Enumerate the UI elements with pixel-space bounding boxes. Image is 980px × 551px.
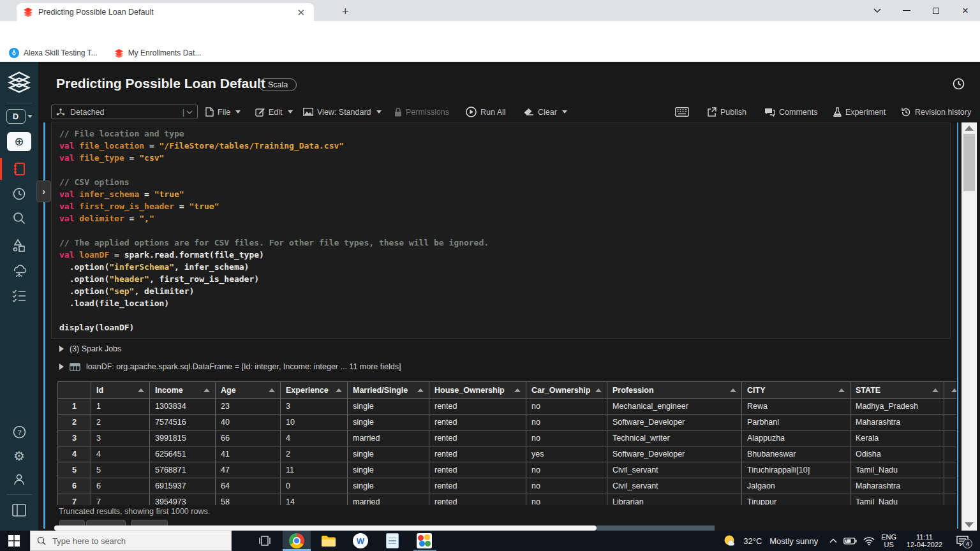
shortcuts-keyboard-icon[interactable] (675, 102, 689, 122)
sidebar-item-account[interactable] (0, 470, 38, 489)
bookmark-enrollments[interactable]: My Enrollments Dat... (114, 48, 202, 58)
history-icon (901, 107, 911, 117)
weather-temp[interactable]: 32°C (743, 536, 762, 546)
language-indicator[interactable]: ENGUS (881, 533, 896, 548)
row-number-cell: 2 (57, 415, 91, 430)
table-cell (944, 399, 956, 415)
windows-start-button[interactable] (1, 531, 27, 551)
horizontal-scrollbar-track[interactable] (597, 525, 715, 531)
sidebar-item-jobs[interactable] (0, 286, 38, 305)
window-close-button[interactable]: × (951, 0, 980, 21)
window-maximize-button[interactable] (921, 0, 951, 21)
notebook-main: Predicting Possible Loan Default Scala D… (38, 62, 980, 531)
taskbar-chrome-button[interactable] (283, 531, 311, 551)
taskbar-explorer-button[interactable] (316, 531, 341, 551)
cluster-selector[interactable]: Detached | (51, 105, 198, 119)
sidebar-item-help[interactable]: ? (0, 422, 38, 441)
battery-icon[interactable] (843, 537, 857, 545)
code-line: // The applied options are for CSV files… (59, 237, 489, 249)
workspace-switcher-d-button[interactable]: D (0, 107, 38, 126)
browser-url-bar: ← → community.cloud.databricks.com/?o=89… (0, 21, 980, 45)
sidebar-collapse-toggle[interactable] (0, 501, 38, 520)
column-header[interactable]: Car_Ownership (526, 381, 607, 399)
code-line (59, 224, 489, 237)
vertical-scrollbar[interactable] (961, 122, 977, 531)
table-cell: 6256451 (150, 446, 216, 462)
sidebar-item-search[interactable] (0, 209, 38, 228)
language-badge[interactable]: Scala (259, 78, 297, 91)
browser-tab[interactable]: Predicting Possible Loan Default ✕ (17, 3, 314, 21)
dataframe-expander[interactable]: loanDF: org.apache.spark.sql.DataFrame =… (59, 362, 401, 371)
sort-arrow-icon[interactable] (417, 388, 424, 392)
tab-close-icon[interactable]: ✕ (294, 8, 308, 17)
expand-cell-handle[interactable]: › (36, 180, 51, 202)
table-cell: 5 (91, 462, 150, 478)
wifi-icon[interactable] (863, 537, 875, 545)
clock-date[interactable]: 11:1112-04-2022 (903, 533, 946, 548)
column-header[interactable]: Age (216, 381, 281, 399)
taskbar-notepad-button[interactable] (380, 531, 405, 551)
column-header[interactable]: CITY (742, 381, 850, 399)
code-line: .load(file_location) (59, 297, 489, 309)
experiment-button[interactable]: Experiment (833, 102, 886, 122)
clear-menu[interactable]: Clear (523, 102, 567, 122)
sort-arrow-icon[interactable] (838, 388, 845, 392)
column-header[interactable]: STATE (850, 381, 944, 399)
window-minimize-button[interactable] (892, 0, 921, 21)
scroll-down-arrow[interactable] (965, 522, 974, 527)
sort-arrow-icon[interactable] (730, 388, 736, 392)
code-block[interactable]: // File location and typeval file_locati… (59, 128, 489, 334)
column-header[interactable]: House_Ownership (429, 381, 526, 399)
file-menu[interactable]: File (205, 102, 241, 122)
action-center-button[interactable]: 4 (956, 536, 969, 546)
table-cell: Maharashtra (850, 415, 944, 430)
sort-arrow-icon[interactable] (138, 388, 144, 392)
sort-arrow-icon[interactable] (951, 388, 956, 392)
taskbar-paint-button[interactable] (412, 531, 437, 551)
spark-jobs-expander[interactable]: (3) Spark Jobs (59, 344, 121, 353)
column-header[interactable]: Profession (607, 381, 742, 399)
new-tab-button[interactable]: + (342, 5, 349, 18)
databricks-favicon (23, 7, 33, 17)
weather-desc[interactable]: Mostly sunny (769, 536, 818, 546)
window-chevron-icon[interactable] (863, 0, 892, 21)
column-header[interactable]: Id (91, 381, 150, 399)
bookmark-alexa[interactable]: Alexa Skill Testing T... (9, 48, 98, 58)
sort-arrow-icon[interactable] (336, 388, 342, 392)
sidebar-item-recents[interactable] (0, 184, 38, 203)
view-menu[interactable]: View: Standard (303, 102, 382, 122)
column-header[interactable]: Experience (281, 381, 348, 399)
sidebar-item-workspace[interactable] (0, 159, 38, 179)
column-header[interactable]: Married/Single (348, 381, 429, 399)
publish-button[interactable]: Publish (707, 102, 746, 122)
sidebar-item-data[interactable] (0, 235, 38, 256)
sort-arrow-icon[interactable] (204, 388, 210, 392)
schedule-clock-icon[interactable] (953, 78, 965, 90)
sort-arrow-icon[interactable] (932, 388, 939, 392)
sidebar-item-compute[interactable] (0, 261, 38, 281)
column-header[interactable]: Income (150, 381, 216, 399)
chrome-icon (289, 533, 304, 548)
table-cell: 7 (91, 494, 150, 505)
databricks-logo[interactable] (0, 71, 38, 94)
sidebar-item-settings[interactable]: ⚙ (0, 446, 38, 466)
run-all-button[interactable]: Run All (466, 102, 506, 122)
sort-arrow-icon[interactable] (514, 388, 521, 392)
edit-menu[interactable]: Edit (255, 102, 293, 122)
task-view-button[interactable] (252, 531, 278, 551)
column-header[interactable] (944, 381, 956, 399)
taskbar-search-box[interactable]: Type here to search (30, 531, 232, 551)
code-cell[interactable]: // File location and typeval file_locati… (51, 122, 951, 339)
revision-history-button[interactable]: Revision history (901, 102, 971, 122)
create-button[interactable]: ⊕ (7, 132, 31, 151)
permissions-button[interactable]: Permissions (394, 102, 449, 122)
vertical-scrollbar-thumb[interactable] (963, 134, 975, 191)
sort-arrow-icon[interactable] (595, 388, 602, 392)
comments-button[interactable]: Comments (764, 102, 817, 122)
weather-icon[interactable] (723, 534, 737, 547)
sort-arrow-icon[interactable] (269, 388, 275, 392)
scroll-up-arrow[interactable] (965, 126, 974, 131)
taskbar-app-button[interactable]: W (348, 531, 373, 551)
horizontal-scrollbar-thumb[interactable] (54, 525, 597, 531)
tray-chevron-icon[interactable] (829, 538, 837, 543)
